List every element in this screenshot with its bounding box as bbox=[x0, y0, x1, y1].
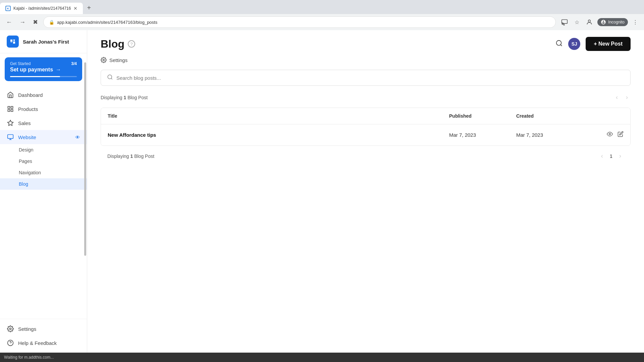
blog-posts-table: Title Published Created New Affordance t… bbox=[101, 108, 631, 146]
sidebar-item-sales[interactable]: Sales bbox=[0, 116, 87, 130]
search-bar bbox=[101, 70, 631, 86]
post-created: Mar 7, 2023 bbox=[516, 132, 583, 138]
dashboard-label: Dashboard bbox=[18, 92, 43, 98]
back-button[interactable]: ← bbox=[4, 17, 14, 28]
get-started-title-text: Set up payments bbox=[10, 67, 53, 73]
search-button[interactable] bbox=[555, 40, 563, 49]
website-icon bbox=[7, 133, 14, 141]
tab-close-button[interactable]: ✕ bbox=[73, 6, 77, 11]
reload-button[interactable]: ✖ bbox=[31, 16, 40, 28]
content-area: Settings Displaying 1 Blog Post ‹ › bbox=[87, 54, 644, 353]
sidebar-header: Sarah Jonas's First bbox=[0, 30, 87, 53]
settings-link-text: Settings bbox=[109, 57, 127, 63]
post-title: New Affordance tips bbox=[108, 132, 449, 138]
sidebar-subitem-design[interactable]: Design bbox=[0, 144, 87, 156]
app-container: Sarah Jonas's First Get Started 3/4 Set … bbox=[0, 30, 644, 353]
incognito-button[interactable]: Incognito bbox=[597, 18, 628, 26]
sidebar: Sarah Jonas's First Get Started 3/4 Set … bbox=[0, 30, 87, 353]
sidebar-subitem-pages[interactable]: Pages bbox=[0, 156, 87, 167]
row-actions bbox=[583, 131, 624, 139]
sidebar-bottom: Settings Help & Feedback bbox=[0, 319, 87, 353]
displaying-text-top: Displaying bbox=[101, 95, 123, 100]
home-icon bbox=[7, 91, 14, 99]
browser-chrome: K Kajabi - /admin/sites/214764716 ✕ + ← … bbox=[0, 0, 644, 30]
sidebar-item-products[interactable]: Products bbox=[0, 102, 87, 116]
menu-icon[interactable]: ⋮ bbox=[631, 17, 640, 27]
sidebar-item-dashboard[interactable]: Dashboard bbox=[0, 88, 87, 102]
website-label: Website bbox=[18, 134, 36, 140]
get-started-banner[interactable]: Get Started 3/4 Set up payments → bbox=[5, 57, 82, 81]
tab-favicon: K bbox=[5, 6, 11, 11]
tab-title: Kajabi - /admin/sites/214764716 bbox=[13, 6, 71, 11]
prev-page-button-top[interactable]: ‹ bbox=[613, 93, 621, 102]
post-actions bbox=[583, 131, 624, 139]
browser-toolbar: ← → ✖ 🔒 app.kajabi.com/admin/sites/21476… bbox=[0, 14, 644, 30]
settings-link[interactable]: Settings bbox=[101, 54, 631, 70]
address-bar[interactable]: 🔒 app.kajabi.com/admin/sites/2147647163/… bbox=[43, 16, 556, 28]
help-icon bbox=[7, 339, 14, 347]
svg-line-16 bbox=[560, 45, 562, 46]
get-started-progress-fill bbox=[10, 76, 60, 77]
website-eye-icon: 👁 bbox=[75, 134, 80, 140]
products-label: Products bbox=[18, 106, 38, 112]
edit-post-button[interactable] bbox=[618, 131, 624, 139]
lock-icon: 🔒 bbox=[49, 20, 54, 25]
page-number: 1 bbox=[610, 153, 612, 159]
page-help-icon[interactable]: ? bbox=[128, 40, 135, 48]
displaying-suffix-top: Blog Post bbox=[126, 95, 148, 100]
new-tab-button[interactable]: + bbox=[84, 3, 94, 13]
sidebar-item-website[interactable]: Website 👁 bbox=[0, 130, 87, 144]
profile-icon[interactable] bbox=[584, 17, 595, 27]
sidebar-logo bbox=[7, 36, 19, 48]
search-input[interactable] bbox=[116, 75, 624, 81]
svg-point-18 bbox=[108, 75, 112, 79]
table-row: New Affordance tips Mar 7, 2023 Mar 7, 2… bbox=[101, 124, 630, 145]
toolbar-actions: ☆ Incognito ⋮ bbox=[559, 17, 640, 27]
next-page-button-top[interactable]: › bbox=[623, 93, 631, 102]
active-tab[interactable]: K Kajabi - /admin/sites/214764716 ✕ bbox=[0, 3, 83, 14]
get-started-count: 3/4 bbox=[71, 61, 77, 66]
status-bar: Waiting for m.addthis.com... bbox=[0, 353, 644, 362]
address-text: app.kajabi.com/admin/sites/2147647163/bl… bbox=[57, 20, 157, 25]
svg-marker-8 bbox=[8, 120, 13, 126]
user-avatar-button[interactable]: SJ bbox=[568, 38, 580, 50]
get-started-title: Set up payments → bbox=[10, 67, 77, 73]
products-icon bbox=[7, 105, 14, 113]
col-created: Created bbox=[516, 113, 583, 119]
get-started-progress bbox=[10, 76, 77, 77]
list-header-top: Displaying 1 Blog Post ‹ › bbox=[101, 93, 631, 102]
browser-tabs: K Kajabi - /admin/sites/214764716 ✕ + bbox=[0, 0, 644, 14]
svg-point-3 bbox=[588, 20, 591, 22]
sales-icon bbox=[7, 119, 14, 127]
site-name: Sarah Jonas's First bbox=[23, 39, 69, 45]
bottom-page-controls: ‹ 1 › bbox=[598, 151, 624, 161]
svg-rect-4 bbox=[8, 107, 10, 109]
svg-point-12 bbox=[10, 328, 11, 330]
post-published: Mar 7, 2023 bbox=[449, 132, 516, 138]
svg-line-19 bbox=[111, 78, 112, 79]
forward-button[interactable]: → bbox=[17, 17, 28, 28]
bookmark-icon[interactable]: ☆ bbox=[573, 17, 581, 27]
col-published: Published bbox=[449, 113, 516, 119]
table-header: Title Published Created bbox=[101, 108, 630, 124]
get-started-top: Get Started 3/4 bbox=[10, 61, 77, 66]
cast-icon[interactable] bbox=[559, 17, 570, 27]
next-page-button-bottom[interactable]: › bbox=[616, 151, 624, 161]
svg-rect-6 bbox=[8, 110, 10, 112]
sales-label: Sales bbox=[18, 120, 31, 126]
sidebar-nav: Dashboard Products Sales bbox=[0, 85, 87, 319]
bottom-pagination: Displaying 1 Blog Post ‹ 1 › bbox=[101, 146, 631, 161]
settings-icon bbox=[7, 325, 14, 333]
sidebar-subitem-navigation[interactable]: Navigation bbox=[0, 167, 87, 178]
sidebar-scrollbar[interactable] bbox=[84, 62, 86, 256]
prev-page-button-bottom[interactable]: ‹ bbox=[598, 151, 606, 161]
sidebar-item-settings[interactable]: Settings bbox=[0, 322, 87, 336]
search-bar-icon bbox=[107, 74, 113, 81]
view-post-button[interactable] bbox=[607, 131, 613, 139]
sidebar-subitem-blog[interactable]: Blog bbox=[0, 178, 87, 190]
page-title-row: Blog ? bbox=[101, 38, 135, 50]
new-post-button[interactable]: + New Post bbox=[586, 37, 631, 51]
main-header: Blog ? SJ + New Post bbox=[87, 30, 644, 54]
sidebar-item-help[interactable]: Help & Feedback bbox=[0, 336, 87, 350]
incognito-label: Incognito bbox=[608, 20, 625, 24]
